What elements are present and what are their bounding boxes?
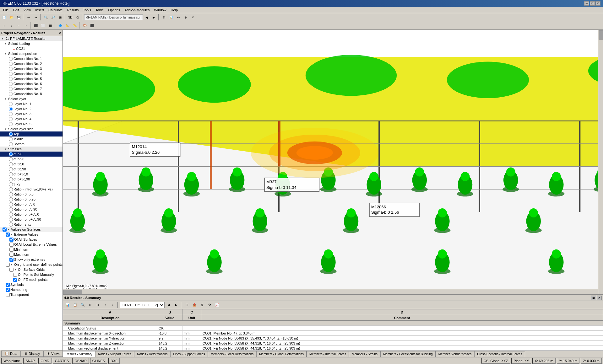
res-btn7[interactable]: ↓ [109, 302, 116, 308]
tree-layer4[interactable]: Layer No. 4 [0, 116, 62, 121]
tab-lines-support[interactable]: Lines - Support Forces [170, 351, 208, 357]
tb-wire[interactable]: ⬡ [74, 14, 81, 21]
table-row[interactable]: Calculation Status OK [63, 326, 603, 331]
radio-ratio-stc90[interactable] [9, 207, 13, 211]
radio-comp2[interactable] [9, 62, 13, 66]
radio-txy[interactable] [9, 182, 13, 186]
tree-select-composition[interactable]: ▼ Select composition [0, 51, 62, 56]
res-btn2[interactable]: 📋 [72, 302, 79, 308]
tab-cross-sections[interactable]: Cross-Sections - Internal Forces [474, 351, 525, 357]
radio-layer3[interactable] [9, 112, 13, 116]
nav-tab-display[interactable]: 🖥 Display [21, 351, 43, 357]
res-export[interactable]: 📤 [191, 302, 198, 308]
tree-comp7[interactable]: Composition No. 7 [0, 86, 62, 91]
tb-new[interactable]: 📄 [1, 14, 8, 21]
tree-select-loading[interactable]: ▼ Select loading [0, 41, 62, 46]
cb-of-all-surfaces[interactable] [9, 238, 14, 242]
res-btn4[interactable]: ⊕ [87, 302, 94, 308]
tb2-2[interactable]: ↓ [8, 22, 15, 29]
res-prev[interactable]: ◀ [165, 302, 172, 308]
menu-results[interactable]: Results [65, 7, 81, 13]
tb-btn6[interactable]: ⚙ [160, 14, 167, 21]
status-grid[interactable]: GRID [38, 358, 52, 364]
radio-sbtc90[interactable] [9, 177, 13, 181]
tree-on-fe-mesh[interactable]: On FE mesh points [0, 277, 62, 282]
tb2-10[interactable]: 📏 [71, 22, 78, 29]
tree-on-surface-grids[interactable]: ▼ On Surface Grids [0, 267, 62, 272]
radio-sb0[interactable] [9, 152, 13, 156]
cb-minimum[interactable] [9, 248, 14, 252]
tb-fit[interactable]: ⊞ [57, 14, 64, 21]
tb2-5[interactable]: ⬛ [32, 22, 39, 29]
cb-on-grid[interactable] [6, 263, 10, 267]
tree-stress-sbtc90[interactable]: σ_b+t/c,90 [0, 177, 62, 182]
cb-of-all-local[interactable] [9, 243, 14, 247]
nav-tab-data[interactable]: 📋 Data [1, 351, 21, 357]
tab-member-slender[interactable]: Member Slendernesses [436, 351, 475, 357]
cb-on-points-manually[interactable] [13, 273, 17, 277]
tree-stress-stc0[interactable]: σ_t/c,0 [0, 162, 62, 167]
radio-comp4[interactable] [9, 72, 13, 76]
menu-window[interactable]: Window [152, 7, 168, 13]
panel-close-btn[interactable]: ✕ [597, 296, 602, 300]
cb-extreme-values[interactable] [6, 233, 10, 237]
cb-show-only-extremes[interactable] [9, 258, 14, 262]
radio-ratio-sbtc90[interactable] [9, 217, 13, 222]
tree-co21[interactable]: ⊙ CO21 [0, 46, 62, 51]
cb-on-surface-grids[interactable] [9, 268, 14, 272]
maximize-button[interactable]: □ [590, 1, 595, 6]
radio-comp1[interactable] [9, 57, 13, 61]
tree-side-bottom[interactable]: Bottom [0, 142, 62, 147]
tree-maximum[interactable]: Maximum [0, 252, 62, 257]
tb-open[interactable]: 📂 [8, 14, 15, 21]
tree-stresses[interactable]: ▼ Stresses [0, 147, 62, 152]
res-btn6[interactable]: ↑ [102, 302, 109, 308]
tree-show-only-extremes[interactable]: Show only extremes [0, 257, 62, 262]
table-row[interactable]: Maximum displacement in X-direction -10.… [63, 331, 603, 336]
tb2-7[interactable]: ▦ [47, 22, 54, 29]
menu-calculate[interactable]: Calculate [46, 7, 65, 13]
tree-of-all-surfaces[interactable]: Of All Surfaces [0, 237, 62, 242]
tb-btn10[interactable]: ✕ [189, 14, 196, 21]
tree-layer1[interactable]: Layer No. 1 [0, 101, 62, 106]
radio-sb90[interactable] [9, 157, 13, 161]
tree-layer3[interactable]: Layer No. 3 [0, 111, 62, 116]
tb-redo[interactable]: ↪ [32, 14, 39, 21]
menu-tools[interactable]: Tools [81, 7, 93, 13]
res-chart[interactable]: 📈 [214, 302, 220, 308]
cb-on-fe-mesh[interactable] [13, 278, 17, 282]
tree-ratio-stc0[interactable]: Ratio - σ_t/c,0 [0, 202, 62, 207]
radio-layer4[interactable] [9, 117, 13, 121]
tb2-9[interactable]: 📐 [64, 22, 71, 29]
tree-comp2[interactable]: Composition No. 2 [0, 61, 62, 66]
menu-edit[interactable]: Edit [11, 7, 21, 13]
panel-float-button[interactable]: ⊞ [591, 296, 596, 300]
tb2-11[interactable]: 🏠 [81, 22, 88, 29]
scroll-thumb-h[interactable] [63, 290, 82, 294]
minimize-button[interactable]: ─ [584, 1, 589, 6]
tree-values-on-surfaces[interactable]: ▼ Values on Surfaces [0, 227, 62, 232]
res-settings[interactable]: ⚙ [206, 302, 213, 308]
tree-ratio-sb90[interactable]: Ratio - σ_b,90 [0, 197, 62, 202]
radio-ratio-txy[interactable] [9, 222, 13, 227]
tb-next[interactable]: ▶ [150, 14, 157, 21]
tree-numbering[interactable]: Numbering [0, 287, 62, 292]
menu-addon[interactable]: Add-on Modules [122, 7, 151, 13]
window-controls[interactable]: ─ □ ✕ [584, 1, 600, 6]
scroll-thumb-v[interactable] [599, 30, 603, 40]
tree-select-layer[interactable]: ▼ Select layer [0, 96, 62, 101]
radio-comp6[interactable] [9, 82, 13, 86]
scrollbar-vertical[interactable] [598, 30, 603, 294]
tree-stress-sb0[interactable]: σ_b,0 [0, 152, 62, 157]
tree-ratio-txy[interactable]: Ratio - τ_xy [0, 222, 62, 227]
tb-btn7[interactable]: 📊 [168, 14, 175, 21]
viewport-area[interactable]: X Y M12014 Sigma-b,0 2.26 M337 Sigma-b,0… [63, 30, 603, 294]
tree-comp5[interactable]: Composition No. 5 [0, 76, 62, 81]
table-row[interactable]: Maximum displacement in Z-direction 143.… [63, 341, 603, 346]
tree-ratio-int[interactable]: Ratio - int(σ_v/c,90+τ_yz) [0, 187, 62, 192]
tree-symbols[interactable]: Symbols [0, 282, 62, 287]
tree-comp1[interactable]: Composition No. 1 [0, 56, 62, 61]
tree-on-points-manually[interactable]: On Points Set Manually [0, 272, 62, 277]
cb-transparent[interactable] [6, 293, 10, 297]
table-row[interactable]: Maximum displacement in Y-direction 9.9 … [63, 336, 603, 341]
